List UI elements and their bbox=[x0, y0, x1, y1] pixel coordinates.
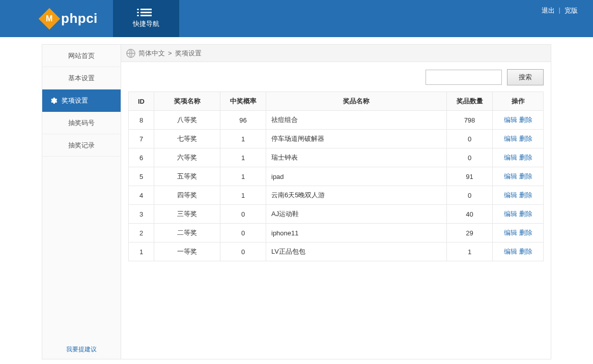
topbar: M phpci 快捷导航 退出 | 宽版 bbox=[0, 0, 593, 37]
cell-rate: 1 bbox=[220, 130, 266, 148]
sidebar-item-3[interactable]: 抽奖码号 bbox=[42, 112, 121, 134]
cell-prize: 云南6天5晚双人游 bbox=[266, 186, 447, 205]
th-op: 操作 bbox=[493, 92, 544, 111]
delete-link[interactable]: 删除 bbox=[519, 135, 532, 142]
cell-name: 七等奖 bbox=[154, 130, 220, 148]
top-right-links: 退出 | 宽版 bbox=[542, 0, 593, 37]
content: 简体中文 > 奖项设置 搜索 ID 奖项名称 中奖概率 奖品名称 奖品数量 操作 bbox=[121, 44, 551, 359]
cell-op: 编辑删除 bbox=[493, 205, 544, 224]
sidebar-item-1[interactable]: 基本设置 bbox=[42, 67, 121, 89]
cell-count: 40 bbox=[447, 205, 493, 224]
breadcrumb: 简体中文 > 奖项设置 bbox=[121, 45, 551, 62]
breadcrumb-sep: > bbox=[168, 49, 172, 57]
logo[interactable]: M phpci bbox=[0, 0, 113, 37]
th-prize: 奖品名称 bbox=[266, 92, 447, 111]
th-id: ID bbox=[129, 92, 154, 111]
globe-icon bbox=[126, 49, 135, 58]
th-count: 奖品数量 bbox=[447, 92, 493, 111]
cell-rate: 0 bbox=[220, 224, 266, 242]
logout-link[interactable]: 退出 bbox=[542, 6, 555, 15]
quicknav-label: 快捷导航 bbox=[133, 19, 159, 28]
table-row: 4四等奖1云南6天5晚双人游0编辑删除 bbox=[129, 186, 544, 205]
sidebar-item-0[interactable]: 网站首页 bbox=[42, 45, 121, 67]
cell-prize: 瑞士钟表 bbox=[266, 148, 447, 167]
toolbar: 搜索 bbox=[121, 62, 551, 85]
search-input[interactable] bbox=[426, 70, 502, 85]
table-header-row: ID 奖项名称 中奖概率 奖品名称 奖品数量 操作 bbox=[129, 92, 544, 111]
delete-link[interactable]: 删除 bbox=[519, 191, 532, 199]
search-button[interactable]: 搜索 bbox=[507, 69, 544, 85]
edit-link[interactable]: 编辑 bbox=[504, 191, 517, 199]
sidebar-item-label: 抽奖码号 bbox=[68, 118, 95, 128]
th-rate: 中奖概率 bbox=[220, 92, 266, 111]
table-row: 7七等奖1停车场道闸破解器0编辑删除 bbox=[129, 130, 544, 148]
cell-count: 0 bbox=[447, 148, 493, 167]
table-row: 1一等奖0LV正品包包1编辑删除 bbox=[129, 242, 544, 261]
edit-link[interactable]: 编辑 bbox=[504, 172, 517, 180]
sidebar-footer: 我要提建议 bbox=[42, 340, 121, 359]
cell-prize: 祛痘组合 bbox=[266, 111, 447, 130]
cell-count: 0 bbox=[447, 130, 493, 148]
cell-name: 二等奖 bbox=[154, 224, 220, 242]
sidebar-item-label: 奖项设置 bbox=[62, 96, 88, 105]
cell-rate: 0 bbox=[220, 205, 266, 224]
sidebar-item-2[interactable]: 奖项设置 bbox=[42, 89, 121, 112]
table-row: 6六等奖1瑞士钟表0编辑删除 bbox=[129, 148, 544, 167]
quicknav-button[interactable]: 快捷导航 bbox=[113, 0, 179, 37]
edit-link[interactable]: 编辑 bbox=[504, 154, 517, 161]
cell-op: 编辑删除 bbox=[493, 186, 544, 205]
main-wrap: 网站首页基本设置奖项设置抽奖码号抽奖记录 我要提建议 简体中文 > 奖项设置 搜… bbox=[0, 37, 593, 359]
edit-link[interactable]: 编辑 bbox=[504, 135, 517, 142]
cell-op: 编辑删除 bbox=[493, 167, 544, 186]
delete-link[interactable]: 删除 bbox=[519, 116, 532, 124]
delete-link[interactable]: 删除 bbox=[519, 172, 532, 180]
cell-op: 编辑删除 bbox=[493, 130, 544, 148]
edit-link[interactable]: 编辑 bbox=[504, 248, 517, 255]
cell-count: 91 bbox=[447, 167, 493, 186]
table-row: 5五等奖1ipad91编辑删除 bbox=[129, 167, 544, 186]
delete-link[interactable]: 删除 bbox=[519, 229, 532, 236]
cell-prize: iphone11 bbox=[266, 224, 447, 242]
cell-op: 编辑删除 bbox=[493, 148, 544, 167]
cell-id: 4 bbox=[129, 186, 154, 205]
table-row: 8八等奖96祛痘组合798编辑删除 bbox=[129, 111, 544, 130]
cell-op: 编辑删除 bbox=[493, 224, 544, 242]
edit-link[interactable]: 编辑 bbox=[504, 116, 517, 124]
breadcrumb-lang[interactable]: 简体中文 bbox=[138, 49, 165, 58]
cell-rate: 1 bbox=[220, 148, 266, 167]
cell-rate: 96 bbox=[220, 111, 266, 130]
prize-table: ID 奖项名称 中奖概率 奖品名称 奖品数量 操作 8八等奖96祛痘组合798编… bbox=[128, 92, 544, 261]
edit-link[interactable]: 编辑 bbox=[504, 229, 517, 236]
brand-text: phpci bbox=[61, 11, 98, 26]
cell-op: 编辑删除 bbox=[493, 242, 544, 261]
cell-name: 一等奖 bbox=[154, 242, 220, 261]
wide-link[interactable]: 宽版 bbox=[564, 6, 578, 15]
cell-rate: 0 bbox=[220, 242, 266, 261]
cell-prize: 停车场道闸破解器 bbox=[266, 130, 447, 148]
cell-prize: AJ运动鞋 bbox=[266, 205, 447, 224]
cell-id: 5 bbox=[129, 167, 154, 186]
table-row: 2二等奖0iphone1129编辑删除 bbox=[129, 224, 544, 242]
cell-id: 6 bbox=[129, 148, 154, 167]
delete-link[interactable]: 删除 bbox=[519, 210, 532, 218]
feedback-link[interactable]: 我要提建议 bbox=[66, 346, 97, 353]
cell-count: 798 bbox=[447, 111, 493, 130]
cell-prize: ipad bbox=[266, 167, 447, 186]
edit-link[interactable]: 编辑 bbox=[504, 210, 517, 218]
cell-id: 2 bbox=[129, 224, 154, 242]
delete-link[interactable]: 删除 bbox=[519, 248, 532, 255]
sidebar-item-label: 基本设置 bbox=[68, 74, 95, 83]
delete-link[interactable]: 删除 bbox=[519, 154, 532, 161]
cell-count: 29 bbox=[447, 224, 493, 242]
cell-id: 1 bbox=[129, 242, 154, 261]
sidebar-item-4[interactable]: 抽奖记录 bbox=[42, 134, 121, 157]
top-divider: | bbox=[559, 6, 560, 14]
table-row: 3三等奖0AJ运动鞋40编辑删除 bbox=[129, 205, 544, 224]
cell-name: 五等奖 bbox=[154, 167, 220, 186]
cell-prize: LV正品包包 bbox=[266, 242, 447, 261]
th-name: 奖项名称 bbox=[154, 92, 220, 111]
sidebar-item-label: 网站首页 bbox=[68, 51, 95, 60]
cell-count: 1 bbox=[447, 242, 493, 261]
gear-icon bbox=[49, 97, 58, 105]
sidebar: 网站首页基本设置奖项设置抽奖码号抽奖记录 我要提建议 bbox=[42, 44, 121, 359]
